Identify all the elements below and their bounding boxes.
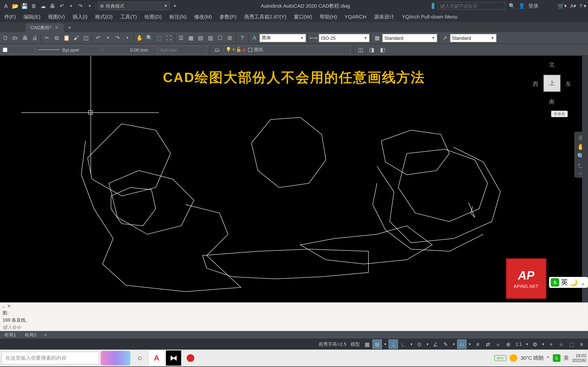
tray-lang[interactable]: 英 bbox=[564, 354, 569, 362]
mlstyle-dropdown[interactable]: Standard▼ bbox=[450, 34, 497, 42]
tab-add-button[interactable]: + bbox=[64, 23, 75, 32]
markup-icon[interactable]: ☐ bbox=[215, 33, 225, 42]
save2-icon[interactable]: 🖶 bbox=[20, 33, 30, 42]
sheet-set-icon[interactable]: ▥ bbox=[206, 33, 215, 42]
command-handle[interactable]: ⌄ ✕ bbox=[0, 303, 588, 309]
tablestyle-dropdown[interactable]: Standard▼ bbox=[382, 34, 437, 42]
linetype-dropdown[interactable]: ByLayer▼ bbox=[36, 45, 102, 54]
menu-yqarch[interactable]: YQARCH bbox=[341, 13, 370, 21]
saveas-icon[interactable]: 🗎 bbox=[30, 2, 38, 10]
viewcube-west[interactable]: 西 bbox=[533, 80, 538, 88]
task-autocad-icon[interactable]: A bbox=[149, 350, 164, 366]
layer-manager-icon[interactable]: 🗂 bbox=[213, 45, 222, 54]
weather-text[interactable]: 30°C 晴朗 bbox=[521, 354, 544, 362]
zoomrect-icon[interactable]: ⬚ bbox=[155, 33, 164, 42]
cmd-close-icon[interactable]: ✕ bbox=[7, 303, 11, 309]
gear-status-icon[interactable]: ⚙ bbox=[530, 340, 540, 349]
new-icon[interactable]: 🗋 bbox=[1, 33, 10, 42]
ime-dot-icon[interactable]: ， bbox=[579, 278, 586, 287]
workspace-dropdown[interactable]: ⚙ 经典模式 ▼ bbox=[98, 2, 170, 10]
viewcube-top-face[interactable]: 上 bbox=[544, 75, 561, 92]
polar-icon[interactable]: ∟ bbox=[399, 340, 408, 349]
tab-cad-tutorial[interactable]: CAD教程* ✕ bbox=[25, 23, 64, 32]
tray-chevron-icon[interactable]: ^ bbox=[547, 355, 549, 361]
menu-edit[interactable]: 编辑(E) bbox=[20, 12, 44, 21]
command-input[interactable]: 键入命令 bbox=[0, 324, 588, 331]
menu-yqarch-pd[interactable]: YQArch Pull-down Menu bbox=[398, 13, 461, 21]
plotstyle-dropdown[interactable]: ByColor▼ bbox=[158, 45, 207, 54]
calc-icon[interactable]: ⊞ bbox=[225, 33, 235, 42]
zoom-icon[interactable]: 🔍 bbox=[145, 33, 154, 42]
menu-window[interactable]: 窗口(W) bbox=[290, 12, 316, 21]
close-icon[interactable]: ✕ bbox=[55, 25, 59, 30]
layer-prev-icon[interactable]: ◫ bbox=[356, 45, 365, 54]
status-model-button[interactable]: 模型 bbox=[349, 341, 362, 347]
transparency-icon[interactable]: ≡ bbox=[473, 340, 483, 349]
lineweight-dropdown[interactable]: 0.00 mm▼ bbox=[104, 45, 157, 54]
tray-clock[interactable]: 19:02 2022/6/ bbox=[572, 353, 586, 363]
tablestyle-icon[interactable]: ▦ bbox=[372, 33, 382, 42]
menu-yuanquan[interactable]: 源泉设计 bbox=[371, 12, 398, 21]
redo-icon[interactable]: ↷ bbox=[76, 2, 85, 10]
redo2-icon[interactable]: ↷ bbox=[113, 33, 122, 42]
customize-icon[interactable]: ≡ bbox=[577, 340, 586, 349]
menu-tools[interactable]: 工具(T) bbox=[117, 12, 140, 21]
lwt-icon[interactable]: ▭ bbox=[457, 340, 467, 349]
ime-moon-icon[interactable]: 🌙 bbox=[569, 278, 578, 286]
anno-vis-icon[interactable]: ⟐ bbox=[557, 340, 566, 349]
help-search-input[interactable] bbox=[438, 2, 505, 10]
binoculars-icon[interactable]: 🔍 bbox=[509, 3, 515, 9]
menu-parametric[interactable]: 参数(P) bbox=[216, 12, 240, 21]
zoomext-icon[interactable]: ⛶ bbox=[164, 33, 173, 42]
windows-search-input[interactable]: 在这里输入你要搜索的内容 bbox=[2, 352, 99, 365]
viewcube-east[interactable]: 东 bbox=[566, 80, 571, 88]
tool-palette-icon[interactable]: ▤ bbox=[196, 33, 205, 42]
task-capcut-icon[interactable]: ⧓ bbox=[166, 350, 181, 366]
layer-state-icon[interactable]: ◨ bbox=[367, 45, 376, 54]
open-icon[interactable]: 📂 bbox=[11, 2, 20, 10]
dimstyle-icon[interactable]: ⟼ bbox=[309, 33, 318, 42]
help-icon[interactable]: ? ▾ bbox=[579, 3, 586, 9]
menu-format[interactable]: 格式(O) bbox=[92, 12, 116, 21]
app-menu-icon[interactable]: A bbox=[2, 2, 10, 10]
menu-dimension[interactable]: 标注(N) bbox=[166, 12, 190, 21]
cut-icon[interactable]: ✂ bbox=[42, 33, 52, 42]
menu-modify[interactable]: 修改(M) bbox=[191, 12, 215, 21]
copy-icon[interactable]: ⧉ bbox=[52, 33, 61, 42]
undo-dd-icon[interactable]: ▼ bbox=[67, 2, 75, 10]
ime-floating-bar[interactable]: S 英 🌙 ， bbox=[549, 277, 588, 288]
layout-tab-1[interactable]: 布局1 bbox=[0, 331, 20, 338]
redo-dd-icon[interactable]: ▼ bbox=[86, 2, 94, 10]
battery-indicator[interactable]: 60% bbox=[494, 355, 506, 361]
cart-icon[interactable]: 🛒▾ bbox=[558, 3, 567, 9]
layout-tab-2[interactable]: 布局2 bbox=[20, 331, 41, 338]
login-link[interactable]: 登录 bbox=[528, 2, 538, 9]
viewcube-south[interactable]: 南 bbox=[549, 98, 554, 106]
dimstyle-dropdown[interactable]: ISO-25▼ bbox=[319, 34, 370, 42]
help2-icon[interactable]: ? bbox=[238, 33, 247, 42]
properties-icon[interactable]: ☰ bbox=[176, 33, 186, 42]
menu-draw[interactable]: 绘图(D) bbox=[141, 12, 165, 21]
undo-icon[interactable]: ↶ bbox=[58, 2, 66, 10]
menu-help[interactable]: 帮助(H) bbox=[316, 12, 340, 21]
cloud-icon[interactable]: ☁ bbox=[39, 2, 47, 10]
autodesk-icon[interactable]: A▾ bbox=[570, 3, 576, 9]
cycling-icon[interactable]: ⇄ bbox=[483, 340, 493, 349]
open2-icon[interactable]: 🗁 bbox=[10, 33, 20, 42]
drawing-canvas[interactable]: CAD绘图大部份人不会用的任意画线方法 bbox=[0, 56, 588, 302]
dynucs-icon[interactable]: ⊕ bbox=[504, 340, 513, 349]
layer-iso-icon[interactable]: ◧ bbox=[378, 45, 387, 54]
task-record-icon[interactable] bbox=[183, 350, 198, 366]
isodraft-icon[interactable]: ⊙ bbox=[415, 340, 424, 349]
anno-scale[interactable]: 1:1 bbox=[514, 342, 524, 347]
save-icon[interactable]: 💾 bbox=[20, 2, 29, 10]
blockedit-icon[interactable]: ◫ bbox=[81, 33, 91, 42]
textstyle-icon[interactable]: A bbox=[250, 33, 259, 42]
pan-icon[interactable]: ✋ bbox=[135, 33, 144, 42]
menu-view[interactable]: 视图(V) bbox=[44, 12, 68, 21]
layout-add-button[interactable]: + bbox=[41, 332, 50, 338]
undo2-dd-icon[interactable]: ▼ bbox=[103, 33, 113, 42]
ime-lang[interactable]: 英 bbox=[561, 278, 568, 287]
design-center-icon[interactable]: ▦ bbox=[186, 33, 196, 42]
menu-file[interactable]: 件(F) bbox=[1, 12, 19, 21]
